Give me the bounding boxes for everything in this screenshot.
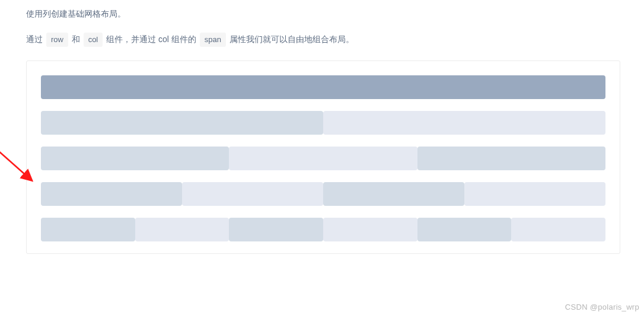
- code-tag-span: span: [200, 33, 226, 46]
- grid-col: [464, 182, 605, 206]
- grid-col: [229, 147, 417, 170]
- page-root: 使用列创建基础网格布局。 通过 row 和 col 组件，并通过 col 组件的…: [0, 0, 644, 254]
- description-text: 通过 row 和 col 组件，并通过 col 组件的 span 属性我们就可以…: [26, 32, 620, 47]
- grid-row: [41, 182, 605, 206]
- grid-col: [182, 182, 323, 206]
- grid-col: [417, 147, 605, 170]
- grid-row: [41, 147, 605, 170]
- grid-row: [41, 111, 605, 135]
- desc-part: 通过: [26, 34, 45, 44]
- grid-col: [323, 218, 417, 241]
- code-tag-row: row: [46, 33, 68, 46]
- grid-row: [41, 75, 605, 99]
- demo-box: [26, 61, 620, 254]
- desc-part: 组件，并通过 col 组件的: [106, 34, 199, 44]
- desc-part: 属性我们就可以自由地组合布局。: [229, 34, 354, 44]
- grid-col: [135, 218, 229, 241]
- intro-text: 使用列创建基础网格布局。: [26, 7, 620, 20]
- code-tag-col: col: [84, 33, 103, 46]
- grid-col: [41, 75, 605, 99]
- grid-col: [41, 218, 135, 241]
- grid-col: [229, 218, 323, 241]
- watermark-text: CSDN @polaris_wrp: [565, 303, 639, 311]
- grid-col: [41, 111, 323, 135]
- grid-col: [41, 147, 229, 170]
- grid-col: [41, 182, 182, 206]
- grid-row: [41, 218, 605, 241]
- desc-part: 和: [72, 34, 82, 44]
- grid-col: [323, 182, 464, 206]
- grid-col: [417, 218, 512, 241]
- grid-col: [323, 111, 605, 135]
- grid-col: [511, 218, 605, 241]
